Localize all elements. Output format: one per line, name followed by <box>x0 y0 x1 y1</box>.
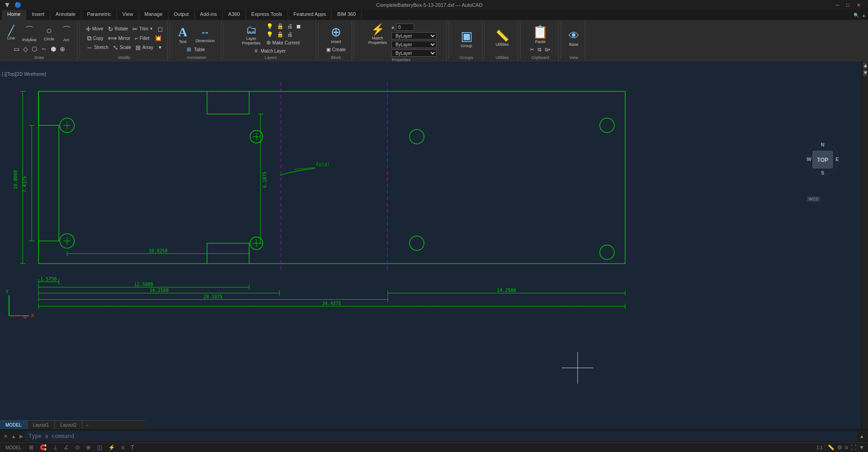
layer-number-input[interactable] <box>396 24 414 31</box>
canvas-area[interactable]: 10.0000 7.4375 6.1875 10.9250 1.5750 12.… <box>0 62 868 429</box>
cmd-scroll[interactable]: ▲ <box>858 433 866 439</box>
btn-cut[interactable]: ✂ <box>529 46 535 53</box>
btn-make-current[interactable]: ⊛ Make Current <box>265 39 302 46</box>
btn-text[interactable]: A Text <box>175 24 190 45</box>
status-toolbar[interactable]: ≡ <box>845 444 848 451</box>
tab-layout2[interactable]: Layout2 <box>55 421 82 429</box>
window-restore[interactable]: □ <box>843 2 853 8</box>
status-snap-icon[interactable]: 🧲 <box>39 444 48 451</box>
btn-layer-icon5[interactable]: 💡 <box>265 31 275 38</box>
tab-annotate[interactable]: Annotate <box>50 10 82 20</box>
status-grid-icon[interactable]: ⊞ <box>28 444 35 451</box>
btn-dimension[interactable]: ↔ Dimension <box>193 25 217 44</box>
btn-polyline[interactable]: ⌒ Polyline <box>19 23 39 44</box>
tab-a360[interactable]: A360 <box>223 10 246 20</box>
linetype-bylayer-select[interactable]: ByLayer <box>391 41 437 48</box>
status-model[interactable]: MODEL <box>4 445 24 450</box>
btn-draw-more6[interactable]: ⊕ <box>58 44 67 53</box>
status-annotate[interactable]: 📏 <box>828 444 834 451</box>
btn-explode[interactable]: 💥 <box>153 34 163 43</box>
status-scale[interactable]: 1:1 <box>815 445 825 450</box>
status-fullscreen[interactable]: ⛶ <box>851 444 856 451</box>
btn-layer-icon1[interactable]: 💡 <box>265 23 275 30</box>
btn-circle[interactable]: ○ Circle <box>41 24 57 43</box>
wcs-label[interactable]: WCS <box>807 196 820 202</box>
svg-text:O: O <box>24 315 27 319</box>
btn-erase[interactable]: ◻ <box>156 25 164 33</box>
cmd-expand[interactable]: ▲ <box>10 434 18 439</box>
btn-copy[interactable]: ⧉ Copy <box>86 34 105 43</box>
tab-view[interactable]: View <box>117 10 139 20</box>
tab-add[interactable]: + <box>82 422 92 429</box>
status-custom[interactable]: ▼ <box>859 444 864 451</box>
btn-create-block[interactable]: ▣ Create <box>325 46 347 53</box>
tab-insert[interactable]: Insert <box>26 10 50 20</box>
tab-layout1[interactable]: Layout1 <box>28 421 55 429</box>
btn-group[interactable]: ▣ Group <box>458 27 475 49</box>
status-osnap-icon[interactable]: ⊙ <box>74 444 81 451</box>
ribbon-collapse[interactable]: ▲ <box>862 13 866 18</box>
btn-draw-more1[interactable]: ▭ <box>12 44 21 53</box>
btn-copy-with-base[interactable]: ⧉+ <box>544 46 552 53</box>
btn-table[interactable]: Table <box>193 47 207 53</box>
status-tpy-icon[interactable]: T <box>130 444 135 451</box>
lineweight-bylayer-select[interactable]: ByLayer <box>391 49 437 57</box>
btn-fillet[interactable]: ⌐ Fillet <box>133 34 150 43</box>
btn-insert[interactable]: ⊕ Insert <box>328 23 344 45</box>
btn-draw-more3[interactable]: ⬡ <box>30 44 39 53</box>
window-minimize[interactable]: ─ <box>832 2 843 8</box>
btn-array[interactable]: ⊞ Array <box>134 44 154 52</box>
btn-mirror[interactable]: ⟺ Mirror <box>106 34 131 43</box>
btn-scale[interactable]: ⤡ Scale <box>111 44 132 52</box>
tab-model[interactable]: MODEL <box>0 421 28 429</box>
btn-match-properties[interactable]: ⚡ Match Properties <box>366 22 390 46</box>
ribbon-search[interactable]: 🔍 <box>854 13 859 18</box>
status-dyn-icon[interactable]: ⚡ <box>107 444 116 451</box>
btn-move[interactable]: ✛ Move <box>84 25 105 33</box>
btn-draw-more2[interactable]: ◇ <box>22 44 29 53</box>
status-ducs-icon[interactable]: ◫ <box>96 444 103 451</box>
tab-home[interactable]: Home <box>2 10 26 20</box>
btn-arc[interactable]: ⌒ Arc <box>59 23 74 44</box>
btn-line[interactable]: ╱ Line <box>5 24 18 42</box>
window-close[interactable]: ✕ <box>853 2 864 8</box>
btn-view[interactable]: 👁 Base <box>566 28 582 48</box>
btn-modify-more[interactable]: ▼ <box>156 44 164 52</box>
status-lwt-icon[interactable]: ≡ <box>120 444 126 451</box>
btn-paste[interactable]: 📋 Paste <box>530 23 551 45</box>
tab-manage[interactable]: Manage <box>139 10 169 20</box>
tab-parametric[interactable]: Parametric <box>82 10 117 20</box>
btn-measure[interactable]: 📏 Utilities <box>493 28 512 48</box>
cmd-close[interactable]: ✕ <box>2 433 10 439</box>
tab-addins[interactable]: Add-ins <box>195 10 223 20</box>
status-ortho-icon[interactable]: ⊥ <box>52 444 59 451</box>
btn-rotate[interactable]: ↻ Rotate <box>106 25 129 33</box>
tab-bim360[interactable]: BIM 360 <box>332 10 362 20</box>
btn-stretch[interactable]: ↔ Stretch <box>85 44 110 52</box>
viewport-tabs: MODEL Layout1 Layout2 + <box>0 420 145 429</box>
btn-layer-icon7[interactable]: 🖨 <box>286 31 294 38</box>
command-input[interactable] <box>25 431 858 441</box>
color-bylayer-select[interactable]: ByLayer <box>391 32 437 39</box>
btn-trim[interactable]: ✂ Trim ▼ <box>131 25 154 33</box>
btn-layer-icon2[interactable]: 🔒 <box>275 23 285 30</box>
command-line: ✕ ▲ ▶ ▲ <box>0 430 868 443</box>
status-otrack-icon[interactable]: ⊕ <box>85 444 92 451</box>
svg-text:Y: Y <box>5 289 9 294</box>
tab-output[interactable]: Output <box>169 10 195 20</box>
btn-layer-icon4[interactable]: ◼ <box>295 23 302 30</box>
status-workspace[interactable]: ⚙ <box>837 444 842 451</box>
btn-layer-icon3[interactable]: 🖨 <box>286 23 294 30</box>
btn-match-layer[interactable]: Match Layer <box>260 48 287 54</box>
tab-express[interactable]: Express Tools <box>246 10 288 20</box>
scrollbar-right[interactable]: ▲ ▼ <box>862 62 868 429</box>
status-polar-icon[interactable]: ∠ <box>63 444 70 451</box>
tab-featured[interactable]: Featured Apps <box>288 10 332 20</box>
btn-layer-icon6[interactable]: 🔒 <box>275 31 285 38</box>
btn-draw-more4[interactable]: ～ <box>39 44 48 53</box>
nav-cube[interactable]: N S W E TOP WCS <box>805 141 841 200</box>
btn-layer-properties[interactable]: 🗂 Layer Properties <box>239 22 263 47</box>
btn-draw-more5[interactable]: ⬢ <box>49 44 58 53</box>
btn-copy-clip[interactable]: ⧉ <box>536 46 543 53</box>
app-menu[interactable]: ▼ <box>4 1 11 9</box>
